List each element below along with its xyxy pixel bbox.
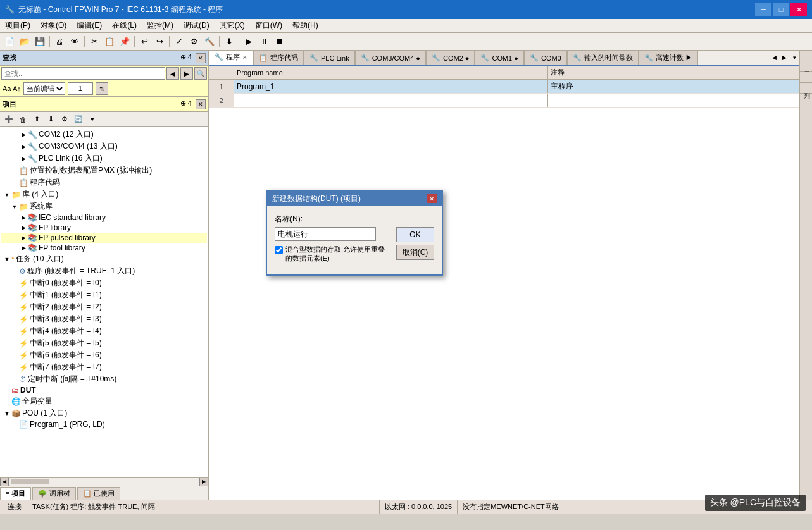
dialog-close-btn[interactable]: ✕ (427, 194, 437, 203)
dialog-name-input[interactable] (275, 227, 376, 241)
dialog-ok-btn[interactable]: OK (396, 227, 434, 242)
dialog-checkbox-label: 混合型数据的存取,允许使用重叠的数据元素(E) (285, 245, 391, 263)
dialog-name-label: 名称(N): (275, 214, 434, 225)
dialog-right: OK 取消(C) (396, 227, 434, 260)
dialog-content-row: 混合型数据的存取,允许使用重叠的数据元素(E) OK 取消(C) (275, 227, 434, 263)
dialog-body: 名称(N): 混合型数据的存取,允许使用重叠的数据元素(E) OK 取消(C) (267, 206, 442, 274)
dialog-name-section: 名称(N): 混合型数据的存取,允许使用重叠的数据元素(E) OK 取消(C) (275, 214, 434, 263)
dialog-cancel-btn[interactable]: 取消(C) (396, 245, 434, 260)
dialog-title: 新建数据结构(DUT) (项目) (272, 194, 361, 204)
dialog-overlay: 新建数据结构(DUT) (项目) ✕ 名称(N): 混合型数据的存取,允许使用重… (0, 0, 812, 530)
dialog-checkbox-section: 混合型数据的存取,允许使用重叠的数据元素(E) (275, 245, 391, 263)
dialog-left: 混合型数据的存取,允许使用重叠的数据元素(E) (275, 227, 391, 263)
new-dut-dialog: 新建数据结构(DUT) (项目) ✕ 名称(N): 混合型数据的存取,允许使用重… (266, 190, 443, 276)
dialog-title-bar: 新建数据结构(DUT) (项目) ✕ (267, 191, 442, 206)
dialog-mixed-checkbox[interactable] (275, 246, 283, 254)
watermark: 头条 @PLC与自控设备 (705, 495, 806, 511)
